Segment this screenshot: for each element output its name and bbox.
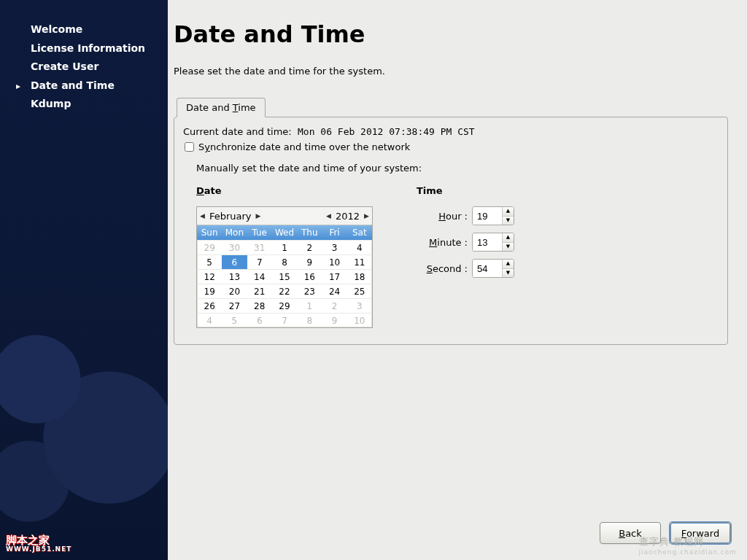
sidebar: WelcomeLicense InformationCreate User▸Da…	[0, 0, 168, 560]
calendar-day[interactable]: 3	[322, 240, 347, 254]
calendar-day: 1	[297, 298, 322, 313]
minute-spinner[interactable]: ▲▼	[472, 233, 514, 252]
second-label: Second :	[417, 263, 472, 274]
calendar-day: 7	[272, 313, 297, 327]
next-month-icon[interactable]: ▶	[256, 212, 261, 219]
calendar-day: 10	[347, 313, 372, 327]
calendar-day[interactable]: 27	[222, 298, 247, 313]
calendar-day-header: Tue	[247, 225, 272, 240]
calendar-day[interactable]: 20	[222, 284, 247, 298]
calendar-day[interactable]: 15	[272, 269, 297, 284]
calendar-day[interactable]: 24	[322, 284, 347, 298]
watermark-left: 脚本之家 WWW.JB51.NET	[6, 535, 71, 553]
calendar-day[interactable]: 7	[247, 254, 272, 269]
sync-checkbox[interactable]	[185, 142, 194, 152]
prev-month-icon[interactable]: ◀	[200, 212, 205, 219]
calendar-day[interactable]: 16	[297, 269, 322, 284]
minute-label: Minute :	[417, 237, 472, 248]
active-step-arrow-icon: ▸	[16, 80, 20, 93]
sidebar-item-license-information[interactable]: License Information	[0, 39, 168, 58]
calendar-month: February	[209, 211, 252, 222]
page-description: Please set the date and time for the sys…	[174, 66, 747, 77]
manual-instruction: Manually set the date and time of your s…	[196, 163, 719, 174]
calendar-day: 31	[247, 240, 272, 254]
minute-down-icon[interactable]: ▼	[503, 243, 514, 252]
calendar-day[interactable]: 11	[347, 254, 372, 269]
calendar-day: 9	[322, 313, 347, 327]
sidebar-item-label: License Information	[31, 42, 145, 56]
calendar-day-selected[interactable]: 6	[222, 254, 247, 269]
calendar[interactable]: ◀ February ▶ ◀ 2012 ▶ SunMonTu	[196, 206, 373, 328]
tab-date-and-time[interactable]: Date and Time	[177, 98, 266, 117]
calendar-day-header: Sun	[197, 225, 222, 240]
calendar-day: 3	[347, 298, 372, 313]
next-year-icon[interactable]: ▶	[364, 212, 369, 219]
hour-spinner[interactable]: ▲▼	[472, 206, 514, 225]
calendar-day[interactable]: 23	[297, 284, 322, 298]
calendar-day: 29	[197, 240, 222, 254]
calendar-day[interactable]: 1	[272, 240, 297, 254]
second-up-icon[interactable]: ▲	[503, 260, 514, 269]
calendar-day[interactable]: 5	[197, 254, 222, 269]
notebook: Date and Time Current date and time: Mon…	[174, 97, 728, 345]
calendar-day[interactable]: 19	[197, 284, 222, 298]
calendar-day[interactable]: 26	[197, 298, 222, 313]
calendar-year: 2012	[336, 211, 360, 222]
watermark-right: 查字典 教程网 jiaocheng.chazidian.com	[639, 535, 737, 556]
calendar-day: 4	[197, 313, 222, 327]
calendar-day: 8	[297, 313, 322, 327]
date-section-header: Date	[196, 185, 373, 196]
calendar-day[interactable]: 21	[247, 284, 272, 298]
sidebar-item-welcome[interactable]: Welcome	[0, 20, 168, 39]
sidebar-item-label: Date and Time	[31, 79, 115, 93]
current-datetime-line: Current date and time: Mon 06 Feb 2012 0…	[183, 126, 719, 137]
calendar-day[interactable]: 18	[347, 269, 372, 284]
time-section-header: Time	[417, 185, 514, 196]
calendar-day-header: Wed	[272, 225, 297, 240]
hour-up-icon[interactable]: ▲	[503, 207, 514, 217]
calendar-day[interactable]: 2	[297, 240, 322, 254]
calendar-day: 30	[222, 240, 247, 254]
sidebar-item-label: Create User	[31, 60, 98, 74]
calendar-day[interactable]: 22	[272, 284, 297, 298]
second-spinner[interactable]: ▲▼	[472, 259, 514, 278]
calendar-day[interactable]: 8	[272, 254, 297, 269]
calendar-day: 5	[222, 313, 247, 327]
calendar-day[interactable]: 25	[347, 284, 372, 298]
calendar-day[interactable]: 14	[247, 269, 272, 284]
calendar-day-header: Thu	[297, 225, 322, 240]
main-panel: Date and Time Please set the date and ti…	[168, 0, 747, 560]
hour-label: Hour :	[417, 211, 472, 222]
second-input[interactable]	[473, 260, 502, 277]
second-down-icon[interactable]: ▼	[503, 269, 514, 278]
calendar-day-header: Fri	[322, 225, 347, 240]
minute-up-icon[interactable]: ▲	[503, 233, 514, 243]
sidebar-item-label: Welcome	[31, 23, 82, 37]
calendar-day[interactable]: 9	[297, 254, 322, 269]
sidebar-item-label: Kdump	[31, 97, 71, 112]
sidebar-item-kdump[interactable]: Kdump	[0, 95, 168, 114]
sync-label: Synchronize date and time over the netwo…	[198, 141, 410, 152]
calendar-day[interactable]: 10	[322, 254, 347, 269]
sidebar-item-date-and-time[interactable]: ▸Date and Time	[0, 77, 168, 96]
sync-checkbox-row[interactable]: Synchronize date and time over the netwo…	[183, 141, 719, 152]
minute-input[interactable]	[473, 233, 502, 251]
calendar-day[interactable]: 29	[272, 298, 297, 313]
current-datetime-value: Mon 06 Feb 2012 07:38:49 PM CST	[298, 126, 475, 137]
calendar-day: 6	[247, 313, 272, 327]
calendar-day[interactable]: 13	[222, 269, 247, 284]
page-title: Date and Time	[174, 20, 747, 48]
calendar-day[interactable]: 17	[322, 269, 347, 284]
calendar-day: 2	[322, 298, 347, 313]
hour-input[interactable]	[473, 207, 502, 225]
sidebar-item-create-user[interactable]: Create User	[0, 58, 168, 77]
hour-down-icon[interactable]: ▼	[503, 217, 514, 225]
calendar-day-header: Sat	[347, 225, 372, 240]
calendar-day[interactable]: 4	[347, 240, 372, 254]
calendar-day[interactable]: 12	[197, 269, 222, 284]
calendar-day[interactable]: 28	[247, 298, 272, 313]
calendar-day-header: Mon	[222, 225, 247, 240]
prev-year-icon[interactable]: ◀	[326, 212, 331, 219]
